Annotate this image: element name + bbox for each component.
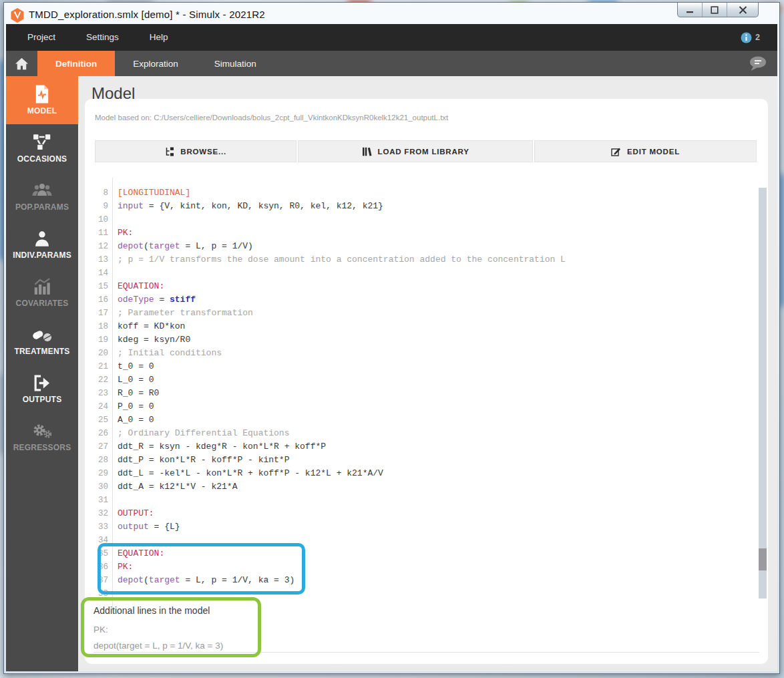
sidebar-item-covariates[interactable]: COVARIATES [6,269,78,317]
code-line: [LONGITUDINAL] [118,186,745,200]
line-number: 22 [95,373,112,387]
sidebar-item-treatments[interactable]: TREATMENTS [6,317,78,365]
code-line [118,267,745,280]
tab-bar: DefinitionExplorationSimulation [6,51,777,76]
sidebar-item-label: MODEL [6,106,78,116]
app-window: TMDD_exploration.smlx [demo] * - Simulx … [3,2,780,674]
sidebar-item-label: POP.PARAMS [6,202,78,212]
line-number: 18 [95,320,112,333]
tab-simulation[interactable]: Simulation [196,51,274,76]
minimize-icon [686,6,694,14]
line-number: 15 [95,280,112,293]
menu-bar: ProjectSettingsHelp 2 [6,24,777,51]
code-line: ; Ordinary Differential Equations [118,427,745,440]
menu-item-settings[interactable]: Settings [77,24,128,51]
maximize-icon [711,6,719,14]
sidebar-item-pop-params[interactable]: POP.PARAMS [6,172,78,220]
code-line: PK: [118,226,745,240]
line-number: 12 [95,240,112,253]
line-number: 27 [95,440,112,454]
close-icon [739,6,747,14]
covariates-icon [6,276,78,297]
note-line: PK: [93,625,258,635]
code-line: A_0 = 0 [118,413,745,427]
sidebar-item-label: OUTPUTS [6,395,78,404]
indiv-params-icon [6,228,78,249]
line-number: 31 [95,494,112,507]
sidebar-item-label: REGRESSORS [6,443,78,452]
code-line: OUTPUT: [118,507,745,520]
button-label: LOAD FROM LIBRARY [378,148,469,156]
menu-item-project[interactable]: Project [18,24,65,51]
comment-bubble-icon[interactable] [748,55,768,72]
line-number: 29 [95,467,112,480]
code-lines: [LONGITUDINAL]input = {V, kint, kon, KD,… [118,178,745,601]
window-title: TMDD_exploration.smlx [demo] * - Simulx … [29,9,265,20]
sidebar-item-label: INDIV.PARAMS [6,250,78,260]
line-number: 17 [95,307,112,320]
line-number: 9 [95,200,112,213]
regressors-icon [6,420,78,442]
line-number: 23 [95,387,112,400]
code-line: output = {L} [118,520,745,534]
code-line: EQUATION: [118,280,745,293]
line-number: 26 [95,427,112,440]
sidebar-item-label: TREATMENTS [6,347,78,356]
tab-home[interactable] [6,51,37,76]
line-number: 11 [95,226,112,240]
code-line: L_0 = 0 [118,373,745,387]
code-line: ddt_R = ksyn - kdeg*R - kon*L*R + koff*P [118,440,745,454]
code-line: kdeg = ksyn/R0 [118,333,745,347]
sidebar-item-indiv-params[interactable]: INDIV.PARAMS [6,220,78,269]
editor-scrollbar[interactable] [759,188,767,599]
sidebar-item-outputs[interactable]: OUTPUTS [6,365,78,413]
code-line: ; Initial conditions [118,347,745,360]
note-line: depot(target = L, p = 1/V, ka = 3) [93,641,258,651]
edit-icon [611,147,621,156]
scrollbar-thumb[interactable] [759,548,767,570]
tab-definition[interactable]: Definition [37,51,115,76]
line-number: 28 [95,454,112,467]
sidebar-item-label: OCCASIONS [6,154,78,164]
line-number: 10 [95,213,112,226]
model-source-path: Model based on: C:/Users/celliere/Downlo… [95,114,448,122]
button-label: BROWSE... [180,148,226,156]
added-lines-note: Additional lines in the model PK: depot(… [81,597,261,657]
code-line: P_0 = 0 [118,400,745,413]
simulx-icon [10,7,25,23]
model-icon [6,83,78,105]
line-number: 32 [95,507,112,520]
sidebar-item-occasions[interactable]: OCCASIONS [6,124,78,172]
load-from-library-button[interactable]: LOAD FROM LIBRARY [298,140,533,162]
browse--button[interactable]: BROWSE... [95,140,297,162]
window-controls [677,3,759,17]
notifications-badge[interactable]: 2 [741,24,760,51]
line-number: 30 [95,480,112,494]
line-number: 25 [95,413,112,427]
edit-model-button[interactable]: EDIT MODEL [534,140,757,162]
code-line: t_0 = 0 [118,360,745,373]
code-line: ddt_A = k12*L*V - k21*A [118,480,745,494]
browse-icon [165,147,174,156]
maximize-button[interactable] [703,3,727,17]
minimize-button[interactable] [678,3,703,17]
line-number: 8 [95,186,112,200]
code-line: input = {V, kint, kon, KD, ksyn, R0, kel… [118,200,745,213]
line-number: 20 [95,347,112,360]
line-number: 13 [95,253,112,267]
title-bar[interactable]: TMDD_exploration.smlx [demo] * - Simulx … [6,5,777,24]
model-toolbar: BROWSE...LOAD FROM LIBRARYEDIT MODEL [95,140,757,162]
close-button[interactable] [727,3,758,17]
code-line: ; Parameter transformation [118,307,745,320]
line-number: 19 [95,333,112,347]
occasions-icon [6,132,78,153]
tab-exploration[interactable]: Exploration [115,51,196,76]
line-number: 16 [95,293,112,307]
sidebar-item-regressors[interactable]: REGRESSORS [6,413,78,461]
menu-item-help[interactable]: Help [140,24,178,51]
code-line: ; p = 1/V transforms the dose amount int… [118,253,745,267]
sidebar-item-model[interactable]: MODEL [6,76,78,124]
main-content: Model Model based on: C:/Users/celliere/… [78,76,777,671]
info-icon [741,32,752,43]
code-line: depot(target = L, p = 1/V) [118,240,745,253]
